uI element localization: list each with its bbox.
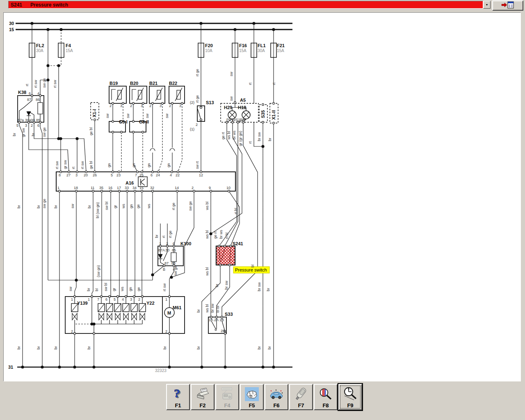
schematic-label: 3 bbox=[120, 104, 122, 108]
schematic-label: H29 bbox=[224, 105, 232, 110]
schematic-label: 35 bbox=[99, 186, 103, 190]
sensor-b20[interactable] bbox=[130, 86, 147, 103]
schematic-label: 2 bbox=[166, 242, 168, 246]
sensor-b21[interactable] bbox=[149, 86, 165, 103]
wire-color-label: rt bbox=[25, 84, 29, 86]
toolbar-button-f8[interactable]: F8 bbox=[314, 384, 338, 410]
terminal-pin bbox=[126, 190, 128, 192]
terminal-pin bbox=[229, 264, 231, 266]
wire-color-label: ws bbox=[147, 204, 151, 209]
wire-color-label: sw bbox=[145, 114, 149, 119]
junction-dot bbox=[41, 365, 43, 368]
toolbar-button-f4[interactable]: F4 bbox=[215, 384, 239, 410]
toolbar-label: F4 bbox=[224, 402, 230, 409]
schematic-label: 2 bbox=[31, 123, 33, 128]
toolbar-button-f5[interactable]: F5 bbox=[240, 384, 264, 410]
wire-color-label: ge bl bbox=[89, 161, 93, 169]
wire-color-label: gn bbox=[167, 163, 171, 167]
schematic-label: 1 bbox=[71, 297, 73, 301]
terminal-pin bbox=[91, 296, 93, 298]
schematic-label: 1 bbox=[57, 186, 59, 190]
wire-color-label: gr (gr gn) bbox=[238, 131, 242, 146]
schematic-label: 3 bbox=[75, 173, 78, 177]
wire-color-label: br bbox=[12, 133, 16, 136]
toolbar-button-f6[interactable]: F6 bbox=[265, 384, 288, 410]
terminal-pin bbox=[230, 245, 232, 247]
wire-color-label: br bbox=[54, 205, 58, 208]
terminal-pin bbox=[112, 171, 114, 173]
junction-dot bbox=[261, 365, 264, 368]
annotation-text: Pressure switch bbox=[235, 267, 267, 272]
schematic-label: 85 bbox=[36, 118, 40, 122]
schematic-label: 2 bbox=[196, 123, 198, 127]
junction-dot bbox=[261, 145, 264, 148]
wire-color-label: br bbox=[54, 346, 58, 349]
terminal-pin bbox=[273, 103, 275, 105]
schematic-label: A16 bbox=[126, 180, 134, 185]
schematic-label: C5-II bbox=[139, 119, 149, 124]
wire-color-label: rt bl bbox=[225, 233, 229, 239]
toolbar-label: F8 bbox=[322, 402, 329, 409]
wire-color-label: br bbox=[196, 346, 201, 349]
schematic-label: 3 bbox=[25, 123, 27, 128]
toolbar-button-f1[interactable]: ? ? F1 bbox=[166, 384, 190, 410]
schematic-label: 7 bbox=[135, 173, 137, 177]
terminal-pin bbox=[125, 296, 127, 298]
schematic-label: P9 bbox=[226, 118, 231, 122]
wire-color-label: ws bl bbox=[205, 304, 209, 313]
wire-color-label: ge bbox=[136, 204, 140, 208]
junction-dot bbox=[199, 22, 202, 25]
schematic-label: 27 bbox=[66, 173, 71, 177]
schematic-label: F4 bbox=[66, 43, 71, 48]
schematic-label: 33 bbox=[125, 186, 129, 190]
terminal-pin bbox=[101, 190, 103, 192]
schematic-label: K38 bbox=[18, 90, 26, 95]
schematic-label: 5 bbox=[16, 123, 18, 128]
schematic-label: A5 bbox=[240, 98, 246, 103]
schematic-label: B20 bbox=[130, 81, 138, 86]
schematic-label: 2 bbox=[149, 104, 151, 108]
junction-dot bbox=[59, 28, 62, 31]
help-icon: ? ? bbox=[171, 386, 185, 402]
schematic-label: M61 bbox=[173, 305, 181, 310]
junction-dot bbox=[21, 365, 24, 368]
terminal-pin bbox=[133, 296, 135, 298]
wire-color-label: sw bbox=[68, 287, 73, 292]
toolbar-label: F7 bbox=[298, 402, 304, 409]
wire-color-label: sw bbox=[105, 114, 110, 119]
schematic-label: 4 bbox=[37, 91, 39, 96]
wire-color-label: sw bbox=[165, 114, 169, 119]
schematic-label: 1B bbox=[219, 318, 224, 322]
wire-color-label: gr bbox=[113, 205, 117, 208]
wire-color-label: sw bbox=[229, 72, 233, 77]
terminal-pin bbox=[119, 190, 121, 192]
terminal-pin bbox=[224, 245, 226, 247]
schematic-label: 87 bbox=[164, 261, 169, 265]
schematic-label: 30A bbox=[36, 48, 43, 53]
junction-dot bbox=[200, 365, 203, 368]
toolbar-button-f2[interactable]: F2 bbox=[191, 384, 215, 410]
schematic-label: BR bbox=[240, 118, 245, 122]
pressure-switch-s241[interactable] bbox=[216, 246, 235, 265]
terminal-pin bbox=[110, 190, 112, 192]
terminal-pin bbox=[75, 190, 78, 192]
sensor-b22[interactable] bbox=[169, 86, 185, 103]
wire-color-label: ws bbox=[120, 287, 124, 292]
schematic-label: 3 bbox=[160, 104, 162, 108]
toolbar-button-f9[interactable]: F9 bbox=[338, 384, 362, 410]
junction-dot bbox=[92, 365, 95, 368]
sensor-b19[interactable] bbox=[109, 86, 126, 103]
schematic-label: 15 bbox=[139, 186, 144, 190]
wire-color-label: br bbox=[155, 235, 159, 238]
toolbar-button-f7[interactable]: F7 bbox=[289, 384, 313, 410]
terminal-pin bbox=[177, 171, 179, 173]
wire-color-label: bl (sw gn) bbox=[96, 202, 100, 218]
wire-color-label: rt ge bbox=[195, 95, 199, 103]
wire-color-label: rt sw bbox=[53, 80, 57, 88]
schematic-label: 2 bbox=[71, 329, 73, 333]
schematic-label: 23 bbox=[116, 173, 121, 177]
schematic-label: X1-II bbox=[271, 110, 276, 120]
component-search-icon bbox=[318, 386, 333, 402]
schematic-label: 16 bbox=[108, 186, 112, 190]
wire-color-label: sw bbox=[126, 114, 130, 119]
